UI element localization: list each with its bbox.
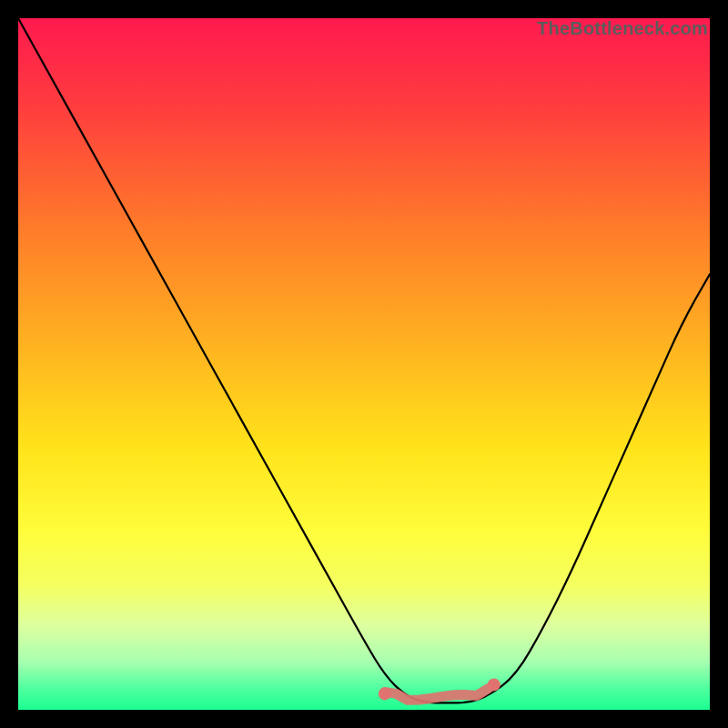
- watermark-text: TheBottleneck.com: [537, 18, 708, 39]
- curve-layer: [18, 18, 710, 710]
- svg-point-1: [379, 687, 391, 700]
- bottleneck-curve: [18, 18, 710, 703]
- chart-frame: TheBottleneck.com: [0, 0, 728, 728]
- optimal-zone-markers: [379, 678, 500, 700]
- svg-point-2: [488, 678, 500, 691]
- plot-area: TheBottleneck.com: [18, 18, 710, 710]
